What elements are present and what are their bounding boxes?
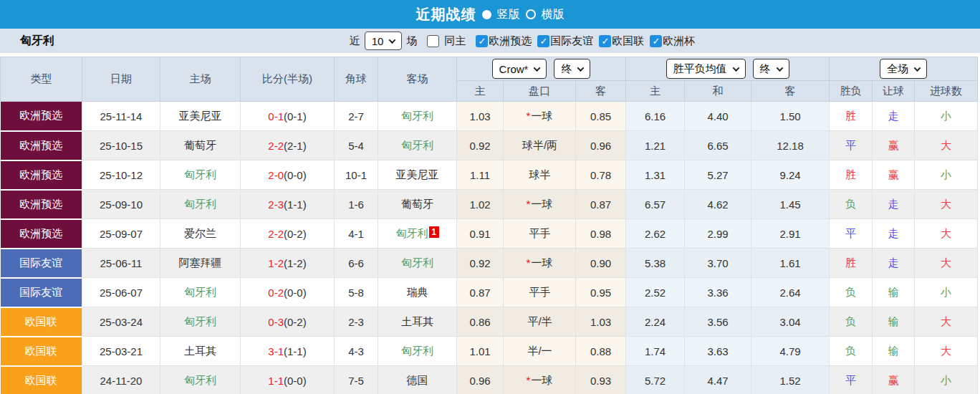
avg-draw: 3.56 [685, 307, 751, 337]
titlebar: 近期战绩 竖版 横版 [0, 0, 980, 29]
avg-draw: 3.63 [685, 337, 751, 366]
table-row: 欧洲预选 25-10-12 匈牙利 2-0(0-0) 10-1 亚美尼亚 1.1… [1, 160, 978, 190]
away-team: 瑞典 [407, 286, 428, 298]
avg-draw: 3.70 [685, 249, 751, 278]
handicap: 一球 [531, 110, 552, 122]
score-cell: 2-2(2-1) [241, 131, 335, 160]
table-row: 欧洲预选 25-09-07 爱尔兰 2-2(0-2) 4-1 匈牙利1 0.91… [1, 219, 978, 249]
col-header-away: 客场 [378, 57, 457, 102]
match-type-badge: 国际友谊 [1, 249, 82, 278]
away-cell: 匈牙利1 [378, 219, 457, 249]
same-home-label[interactable]: 同主 [444, 34, 466, 48]
bookmaker-select[interactable]: Crow* [492, 59, 547, 79]
avg-draw: 4.62 [685, 190, 751, 219]
team-name: 匈牙利 [20, 34, 54, 49]
odds-away: 0.93 [576, 366, 626, 394]
odds-away: 0.87 [576, 190, 626, 219]
avg-away: 1.52 [751, 366, 830, 394]
away-team: 葡萄牙 [401, 198, 433, 210]
result: 负 [830, 307, 873, 337]
handicap-cell: *一球 [504, 102, 576, 131]
competition-label[interactable]: 欧洲预选 [489, 34, 532, 48]
away-cell: 亚美尼亚 [378, 160, 457, 190]
odds-time-select[interactable]: 终 [554, 59, 590, 79]
star-icon: * [527, 374, 531, 386]
avg-away: 9.24 [751, 160, 830, 190]
home-team: 匈牙利 [160, 160, 241, 190]
home-team: 匈牙利 [160, 278, 241, 307]
page-title: 近期战绩 [416, 5, 476, 24]
avg-draw: 4.40 [685, 102, 751, 131]
match-type-badge: 欧洲预选 [1, 160, 82, 190]
sub-header-avg-draw: 和 [685, 81, 751, 102]
result: 平 [830, 131, 873, 160]
competition-label[interactable]: 欧国联 [612, 34, 644, 48]
match-type-badge: 国际友谊 [1, 278, 82, 307]
avg-type-select[interactable]: 胜平负均值 [666, 59, 746, 79]
red-card-badge: 1 [429, 226, 439, 238]
star-icon: * [527, 110, 531, 122]
handicap-cell: *一球 [504, 249, 576, 278]
half-time-score: (1-1) [284, 345, 307, 357]
odds-home: 0.92 [457, 131, 504, 160]
handicap-cell: *一球 [504, 190, 576, 219]
handicap-cell: 平手 [504, 278, 576, 307]
match-type-badge: 欧洲预选 [1, 131, 82, 160]
sub-header-avg-home: 主 [626, 81, 685, 102]
handicap-cell: *一球 [504, 366, 576, 394]
handicap-cell: 球半/两 [504, 131, 576, 160]
competition-checkbox[interactable]: ✓ [650, 35, 662, 47]
match-type-badge: 欧国联 [1, 337, 82, 366]
competition-label[interactable]: 欧洲杯 [663, 34, 695, 48]
vertical-layout-label[interactable]: 竖版 [497, 7, 520, 22]
handicap-result: 输 [873, 337, 915, 366]
competition-checkbox[interactable]: ✓ [537, 35, 549, 47]
horizontal-layout-radio[interactable] [526, 9, 536, 19]
competition-checkbox[interactable]: ✓ [476, 35, 488, 47]
handicap-cell: 平手 [504, 219, 576, 249]
handicap-result: 走 [873, 249, 915, 278]
away-cell: 德国 [378, 366, 457, 394]
handicap-cell: 球半 [504, 160, 576, 190]
odds-away: 0.98 [576, 219, 626, 249]
horizontal-layout-label[interactable]: 横版 [542, 7, 565, 22]
avg-group-header: 胜平负均值 终 [626, 57, 830, 81]
chevron-down-icon [577, 64, 585, 72]
match-date: 25-06-07 [82, 278, 160, 307]
full-time-score: 2-2 [268, 140, 284, 152]
scope-select[interactable]: 全场 [880, 59, 927, 79]
table-row: 欧洲预选 25-11-14 亚美尼亚 0-1(0-1) 2-7 匈牙利 1.03… [1, 102, 978, 131]
result: 胜 [830, 160, 873, 190]
avg-away: 2.91 [751, 219, 830, 249]
score-cell: 3-1(1-1) [241, 337, 335, 366]
match-date: 24-11-20 [82, 366, 160, 394]
avg-draw: 4.47 [685, 366, 751, 394]
score-cell: 1-1(0-0) [241, 366, 335, 394]
table-row: 欧国联 24-11-20 匈牙利 1-1(0-0) 7-5 德国 0.96 *一… [1, 366, 978, 394]
filter-controls: 近 10 场 同主 ✓欧洲预选✓国际友谊✓欧国联✓欧洲杯 [350, 32, 696, 50]
odds-away: 0.78 [576, 160, 626, 190]
competition-label[interactable]: 国际友谊 [550, 34, 593, 48]
full-time-score: 0-3 [268, 316, 284, 328]
goals-result: 大 [915, 219, 978, 249]
score-cell: 0-1(0-1) [241, 102, 335, 131]
handicap-result: 走 [873, 190, 915, 219]
full-time-score: 2-2 [268, 228, 284, 240]
competition-checkbox[interactable]: ✓ [599, 35, 611, 47]
match-date: 25-06-11 [82, 249, 160, 278]
handicap-result: 走 [873, 219, 915, 249]
avg-away: 2.64 [751, 278, 830, 307]
table-row: 国际友谊 25-06-07 匈牙利 0-2(0-0) 5-8 瑞典 0.87 平… [1, 278, 978, 307]
table-row: 欧洲预选 25-09-10 匈牙利 2-3(1-1) 1-6 葡萄牙 1.02 … [1, 190, 978, 219]
result: 胜 [830, 102, 873, 131]
match-date: 25-10-12 [82, 160, 160, 190]
recent-count-select[interactable]: 10 [365, 32, 403, 50]
avg-draw: 5.27 [685, 160, 751, 190]
same-home-checkbox[interactable] [427, 35, 439, 47]
handicap-result: 赢 [873, 366, 915, 394]
recent-count-value: 10 [372, 35, 384, 47]
vertical-layout-radio[interactable] [482, 10, 491, 19]
avg-away: 12.18 [751, 131, 830, 160]
away-cell: 匈牙利 [378, 249, 457, 278]
avg-time-select[interactable]: 终 [753, 59, 789, 79]
